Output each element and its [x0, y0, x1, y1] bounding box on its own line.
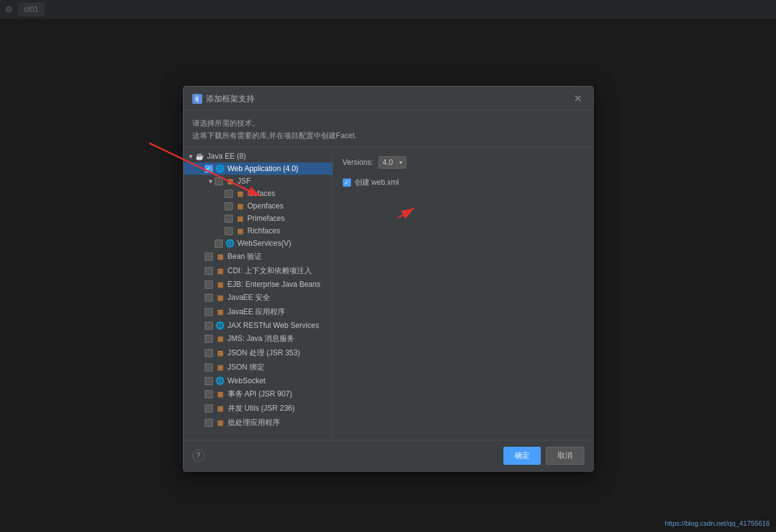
versions-label: Versions: — [343, 158, 373, 167]
close-button[interactable]: ✕ — [571, 93, 584, 105]
item-icon-webservices: 🌐 — [225, 239, 235, 248]
tree-item-websocket[interactable]: 🌐WebSocket — [184, 375, 332, 387]
checkbox-more[interactable] — [205, 419, 213, 427]
item-icon-webapp: 🌐 — [215, 164, 225, 173]
expand-icon-jsf[interactable]: ▼ — [207, 178, 215, 185]
expand-icon-javaee[interactable]: ▼ — [187, 153, 195, 160]
item-icon-richfaces: ▦ — [235, 226, 245, 235]
item-label-json-binding: JSON 绑定 — [228, 362, 264, 373]
tree-item-webapp[interactable]: ✓🌐Web Application (4.0) — [184, 162, 332, 175]
checkbox-jms[interactable] — [205, 335, 213, 343]
item-icon-jax: 🌐 — [215, 321, 225, 330]
checkbox-ejb[interactable] — [205, 281, 213, 289]
tree-item-cdi[interactable]: ▦CDI: 上下文和依赖项注入 — [184, 264, 332, 278]
tree-item-openfaces[interactable]: ▦Openfaces — [184, 200, 332, 212]
tree-item-jsf[interactable]: ▼▦JSF — [184, 175, 332, 187]
dialog-body: ▼☕Java EE (8)✓🌐Web Application (4.0)▼▦JS… — [184, 147, 593, 439]
item-label-json353: JSON 处理 (JSR 353) — [228, 348, 301, 358]
item-icon-ejb: ▦ — [215, 280, 225, 289]
help-button[interactable]: ? — [192, 449, 205, 462]
checkbox-concurrent[interactable] — [205, 404, 213, 413]
create-webxml-label: 创建 web.xml — [355, 177, 399, 188]
tree-item-tx[interactable]: ▦事务 API (JSR 907) — [184, 387, 332, 401]
framework-tree-panel[interactable]: ▼☕Java EE (8)✓🌐Web Application (4.0)▼▦JS… — [184, 147, 333, 439]
item-label-ejb: EJB: Enterprise Java Beans — [228, 280, 320, 289]
version-select-wrapper[interactable]: 4.0 3.1 3.0 2.5 ▼ — [378, 156, 406, 169]
checkbox-cdi[interactable] — [205, 267, 213, 275]
item-icon-openfaces: ▦ — [235, 202, 245, 210]
item-label-websocket: WebSocket — [228, 376, 266, 385]
right-panel: Versions: 4.0 3.1 3.0 2.5 ▼ ✓ 创建 web.xml — [333, 147, 593, 439]
item-label-richfaces: Richfaces — [248, 226, 281, 235]
tree-item-json353[interactable]: ▦JSON 处理 (JSR 353) — [184, 346, 332, 360]
checkbox-javaee-security[interactable] — [205, 294, 213, 302]
item-label-webapp: Web Application (4.0) — [228, 164, 299, 173]
item-icon-json353: ▦ — [215, 349, 225, 358]
versions-row: Versions: 4.0 3.1 3.0 2.5 ▼ — [343, 156, 583, 169]
dialog-footer: ? 确定 取消 — [184, 440, 593, 471]
item-label-javaee-app: JavaEE 应用程序 — [228, 307, 286, 317]
item-label-jsf: JSF — [238, 177, 251, 185]
item-label-javaee: Java EE (8) — [207, 152, 246, 161]
tree-item-icefaces[interactable]: ▦Icefaces — [184, 187, 332, 200]
tree-item-javaee-app[interactable]: ▦JavaEE 应用程序 — [184, 305, 332, 319]
checkbox-bean[interactable] — [205, 253, 213, 261]
checkbox-javaee-app[interactable] — [205, 308, 213, 316]
checkbox-tx[interactable] — [205, 390, 213, 398]
create-webxml-checkbox[interactable]: ✓ — [343, 179, 351, 187]
checkbox-richfaces[interactable] — [225, 227, 233, 235]
tree-item-json-binding[interactable]: ▦JSON 绑定 — [184, 360, 332, 375]
item-label-webservices: WebServices(V) — [238, 239, 291, 248]
item-icon-websocket: 🌐 — [215, 376, 225, 385]
tree-item-primefaces[interactable]: ▦Primefaces — [184, 212, 332, 225]
item-label-concurrent: 并发 Utils (JSR 236) — [228, 403, 295, 414]
item-label-openfaces: Openfaces — [248, 202, 284, 210]
add-framework-dialog: ij 添加框架支持 ✕ 请选择所需的技术。 这将下载所有需要的库,并在项目配置中… — [183, 86, 594, 472]
item-icon-jms: ▦ — [215, 335, 225, 343]
tree-item-concurrent[interactable]: ▦并发 Utils (JSR 236) — [184, 401, 332, 416]
modal-overlay: ij 添加框架支持 ✕ 请选择所需的技术。 这将下载所有需要的库,并在项目配置中… — [0, 0, 776, 532]
tree-item-jms[interactable]: ▦JMS: Java 消息服务 — [184, 332, 332, 346]
desc-line1: 请选择所需的技术。 — [192, 117, 584, 129]
dialog-titlebar: ij 添加框架支持 ✕ — [184, 86, 593, 111]
desc-line2: 这将下载所有需要的库,并在项目配置中创建Facet. — [192, 129, 584, 142]
tree-item-richfaces[interactable]: ▦Richfaces — [184, 225, 332, 237]
dialog-title: 添加框架支持 — [206, 93, 255, 105]
item-label-bean: Bean 验证 — [228, 251, 262, 262]
item-icon-json-binding: ▦ — [215, 363, 225, 372]
checkbox-jax[interactable] — [205, 322, 213, 330]
checkbox-websocket[interactable] — [205, 377, 213, 385]
checkbox-json-binding[interactable] — [205, 363, 213, 371]
dialog-description: 请选择所需的技术。 这将下载所有需要的库,并在项目配置中创建Facet. — [184, 111, 593, 147]
checkbox-jsf[interactable] — [215, 177, 223, 185]
checkbox-json353[interactable] — [205, 349, 213, 357]
tree-item-javaee[interactable]: ▼☕Java EE (8) — [184, 150, 332, 162]
tree-item-webservices[interactable]: 🌐WebServices(V) — [184, 237, 332, 250]
cancel-button[interactable]: 取消 — [546, 447, 584, 465]
dialog-title-section: ij 添加框架支持 — [192, 93, 255, 105]
item-icon-javaee-app: ▦ — [215, 308, 225, 317]
checkbox-webservices[interactable] — [215, 240, 223, 248]
checkbox-primefaces[interactable] — [225, 215, 233, 223]
item-label-tx: 事务 API (JSR 907) — [228, 389, 292, 399]
item-icon-javaee: ☕ — [195, 152, 205, 161]
tree-item-more[interactable]: ▦批处理应用程序 — [184, 416, 332, 430]
footer-left: ? — [192, 449, 205, 462]
item-label-jms: JMS: Java 消息服务 — [228, 334, 294, 344]
checkbox-webapp[interactable]: ✓ — [205, 165, 213, 173]
item-icon-more: ▦ — [215, 419, 225, 427]
checkbox-icefaces[interactable] — [225, 190, 233, 198]
item-label-icefaces: Icefaces — [248, 189, 276, 198]
item-label-javaee-security: JavaEE 安全 — [228, 292, 271, 303]
version-select[interactable]: 4.0 3.1 3.0 2.5 — [378, 156, 406, 169]
tree-item-javaee-security[interactable]: ▦JavaEE 安全 — [184, 291, 332, 305]
checkbox-openfaces[interactable] — [225, 202, 233, 210]
item-icon-tx: ▦ — [215, 390, 225, 399]
tree-item-jax[interactable]: 🌐JAX RESTful Web Services — [184, 319, 332, 332]
tree-item-bean[interactable]: ▦Bean 验证 — [184, 250, 332, 264]
item-icon-primefaces: ▦ — [235, 214, 245, 223]
item-label-jax: JAX RESTful Web Services — [228, 321, 319, 330]
item-icon-concurrent: ▦ — [215, 404, 225, 413]
tree-item-ejb[interactable]: ▦EJB: Enterprise Java Beans — [184, 278, 332, 291]
confirm-button[interactable]: 确定 — [503, 447, 541, 465]
